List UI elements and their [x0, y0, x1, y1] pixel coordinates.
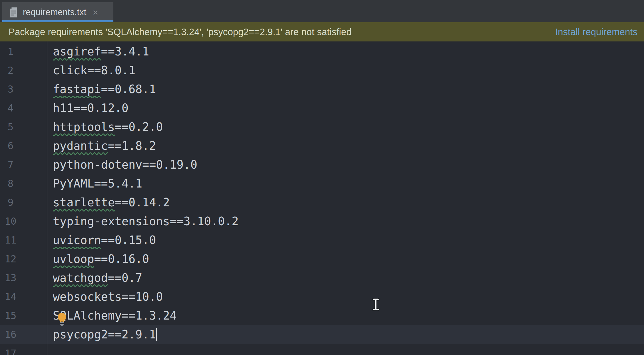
line-number: 16 — [0, 329, 21, 340]
code-text[interactable]: watchgod==0.7 — [53, 271, 142, 284]
code-text[interactable]: pydantic==1.8.2 — [53, 139, 156, 152]
code-text[interactable]: asgiref==3.4.1 — [53, 45, 149, 58]
editor-line[interactable]: 17 — [0, 344, 644, 355]
line-number: 10 — [0, 216, 21, 227]
code-text[interactable]: httptools==0.2.0 — [53, 120, 163, 133]
code-text[interactable]: uvloop==0.16.0 — [53, 252, 149, 266]
editor-tab-bar: requirements.txt × — [0, 0, 644, 22]
package-name: PyYAML — [53, 177, 94, 190]
active-tab-indicator — [2, 20, 113, 22]
line-number: 5 — [0, 121, 21, 133]
editor-line[interactable]: 4 h11==0.12.0 — [0, 99, 644, 117]
version-spec: ==10.0 — [122, 290, 163, 303]
ide-window: requirements.txt × Package requirements … — [0, 0, 644, 355]
package-name: typing-extensions — [53, 215, 170, 228]
version-spec: ==2.9.1 — [108, 328, 156, 341]
editor-area[interactable]: 1 asgiref==3.4.1 2 click==8.0.1 3 fastap… — [0, 41, 644, 355]
package-name: psycopg2 — [53, 328, 108, 341]
banner-message: Package requirements 'SQLAlchemy==1.3.24… — [9, 27, 352, 37]
version-spec: ==0.12.0 — [73, 101, 129, 115]
line-number: 4 — [0, 102, 21, 114]
package-name: watchgod — [53, 271, 108, 284]
package-name: fastapi — [53, 83, 101, 96]
editor-line-current[interactable]: 16 psycopg2==2.9.1 — [0, 325, 644, 344]
package-name: uvicorn — [53, 234, 101, 247]
editor-line[interactable]: 8 PyYAML==5.4.1 — [0, 174, 644, 193]
text-file-icon — [9, 7, 18, 18]
version-spec: ==0.68.1 — [101, 83, 156, 96]
code-text[interactable]: PyYAML==5.4.1 — [53, 177, 142, 190]
code-text[interactable]: starlette==0.14.2 — [53, 196, 170, 209]
package-name: python-dotenv — [53, 158, 142, 171]
line-number: 8 — [0, 178, 21, 189]
version-spec: ==0.14.2 — [115, 196, 170, 209]
gutter-separator — [47, 41, 47, 355]
version-spec: ==1.8.2 — [108, 139, 156, 152]
code-text[interactable]: typing-extensions==3.10.0.2 — [53, 215, 238, 228]
code-text[interactable]: psycopg2==2.9.1 — [53, 328, 157, 341]
code-text[interactable]: h11==0.12.0 — [53, 101, 129, 115]
line-number: 7 — [0, 159, 21, 170]
package-name: asgiref — [53, 45, 101, 58]
line-number: 12 — [0, 253, 21, 265]
version-spec: ==1.3.24 — [122, 309, 177, 322]
code-text[interactable]: click==8.0.1 — [53, 64, 135, 77]
editor-line[interactable]: 1 asgiref==3.4.1 — [0, 42, 644, 61]
line-number: 14 — [0, 291, 21, 302]
line-number: 1 — [0, 46, 21, 57]
editor-line[interactable]: 11 uvicorn==0.15.0 — [0, 231, 644, 250]
code-text[interactable]: python-dotenv==0.19.0 — [53, 158, 197, 171]
editor-line[interactable]: 12 uvloop==0.16.0 — [0, 250, 644, 268]
editor-line[interactable]: 15 SQLAlchemy==1.3.24 — [0, 306, 644, 325]
line-number: 9 — [0, 197, 21, 208]
editor-line[interactable]: 10 typing-extensions==3.10.0.2 — [0, 212, 644, 231]
editor-line[interactable]: 3 fastapi==0.68.1 — [0, 80, 644, 99]
tab-close-icon[interactable]: × — [93, 7, 98, 17]
editor-line[interactable]: 9 starlette==0.14.2 — [0, 193, 644, 212]
version-spec: ==0.15.0 — [101, 234, 156, 247]
version-spec: ==5.4.1 — [94, 177, 143, 190]
package-name: httptools — [53, 120, 115, 133]
line-number: 11 — [0, 234, 21, 246]
package-name: click — [53, 64, 87, 77]
line-number: 3 — [0, 83, 21, 95]
version-spec: ==0.2.0 — [115, 120, 163, 133]
editor-line[interactable]: 2 click==8.0.1 — [0, 61, 644, 80]
package-name: starlette — [53, 196, 115, 209]
line-number: 17 — [0, 348, 21, 355]
version-spec: ==0.7 — [108, 271, 142, 284]
line-number: 15 — [0, 310, 21, 321]
tab-requirements-txt[interactable]: requirements.txt × — [2, 2, 113, 22]
package-name: uvloop — [53, 252, 94, 266]
intention-lightbulb-icon[interactable] — [56, 312, 68, 326]
version-spec: ==0.19.0 — [142, 158, 197, 171]
install-requirements-link[interactable]: Install requirements — [555, 27, 637, 37]
tab-title: requirements.txt — [23, 7, 86, 17]
version-spec: ==3.10.0.2 — [170, 215, 238, 228]
editor-line[interactable]: 13 watchgod==0.7 — [0, 268, 644, 287]
text-caret — [156, 328, 157, 341]
editor-line[interactable]: 5 httptools==0.2.0 — [0, 117, 644, 136]
editor-line[interactable]: 6 pydantic==1.8.2 — [0, 136, 644, 155]
line-number: 6 — [0, 140, 21, 151]
editor-line[interactable]: 14 websockets==10.0 — [0, 287, 644, 306]
code-text[interactable]: fastapi==0.68.1 — [53, 83, 156, 96]
package-name: pydantic — [53, 139, 108, 152]
code-text[interactable]: uvicorn==0.15.0 — [53, 234, 156, 247]
version-spec: ==8.0.1 — [87, 64, 135, 77]
code-text[interactable]: websockets==10.0 — [53, 290, 163, 303]
package-name: h11 — [53, 101, 73, 115]
code-text[interactable]: SQLAlchemy==1.3.24 — [53, 309, 176, 322]
line-number: 13 — [0, 272, 21, 284]
version-spec: ==3.4.1 — [101, 45, 149, 58]
version-spec: ==0.16.0 — [94, 252, 149, 266]
line-number: 2 — [0, 65, 21, 76]
package-requirements-banner: Package requirements 'SQLAlchemy==1.3.24… — [0, 22, 644, 41]
editor-line[interactable]: 7 python-dotenv==0.19.0 — [0, 155, 644, 174]
package-name: websockets — [53, 290, 122, 303]
